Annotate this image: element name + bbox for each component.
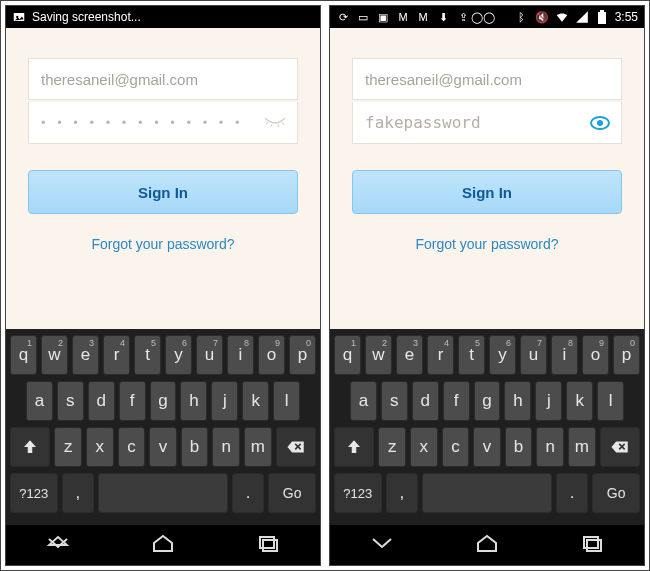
key-u[interactable]: 7u (520, 335, 547, 375)
key-i[interactable]: 8i (551, 335, 578, 375)
key-r[interactable]: 4r (103, 335, 130, 375)
key-f[interactable]: f (443, 381, 470, 421)
key-h[interactable]: h (180, 381, 207, 421)
home-icon[interactable] (474, 533, 500, 557)
android-nav-bar (330, 525, 644, 565)
key-l[interactable]: l (273, 381, 300, 421)
email-value: theresaneil@gmail.com (41, 71, 198, 88)
key-x[interactable]: x (86, 427, 114, 467)
key-n[interactable]: n (212, 427, 240, 467)
key-u[interactable]: 7u (196, 335, 223, 375)
img-icon: ▣ (376, 10, 390, 24)
recent-icon[interactable] (579, 533, 605, 557)
key-period[interactable]: . (556, 473, 588, 513)
key-l[interactable]: l (597, 381, 624, 421)
key-q[interactable]: 1q (10, 335, 37, 375)
key-v[interactable]: v (473, 427, 501, 467)
key-d[interactable]: d (412, 381, 439, 421)
key-b[interactable]: b (505, 427, 533, 467)
password-masked: • • • • • • • • • • • • • (41, 115, 244, 130)
key-go[interactable]: Go (268, 473, 316, 513)
key-m[interactable]: m (244, 427, 272, 467)
key-y[interactable]: 6y (165, 335, 192, 375)
key-v[interactable]: v (149, 427, 177, 467)
key-k[interactable]: k (242, 381, 269, 421)
password-field[interactable]: fakepassword (352, 102, 622, 144)
key-s[interactable]: s (57, 381, 84, 421)
key-symbols[interactable]: ?123 (334, 473, 382, 513)
key-space[interactable] (98, 473, 228, 513)
download-icon: ⬇ (436, 10, 450, 24)
key-a[interactable]: a (350, 381, 377, 421)
key-y[interactable]: 6y (489, 335, 516, 375)
key-c[interactable]: c (118, 427, 146, 467)
key-j[interactable]: j (211, 381, 238, 421)
key-row-1: 1q2w3e4r5t6y7u8i9o0p (10, 335, 316, 375)
key-go[interactable]: Go (592, 473, 640, 513)
sign-in-button[interactable]: Sign In (28, 170, 298, 214)
key-e[interactable]: 3e (396, 335, 423, 375)
key-k[interactable]: k (566, 381, 593, 421)
key-x[interactable]: x (410, 427, 438, 467)
key-z[interactable]: z (54, 427, 82, 467)
password-field[interactable]: • • • • • • • • • • • • • (28, 102, 298, 144)
forgot-password-link[interactable]: Forgot your password? (28, 236, 298, 252)
svg-line-5 (282, 122, 284, 125)
eyelash-closed-icon[interactable] (263, 116, 287, 130)
key-q[interactable]: 1q (334, 335, 361, 375)
key-w[interactable]: 2w (365, 335, 392, 375)
key-symbols[interactable]: ?123 (10, 473, 58, 513)
key-space[interactable] (422, 473, 552, 513)
svg-line-4 (278, 124, 279, 127)
keyboard: 1q2w3e4r5t6y7u8i9o0p asdfghjkl zxcvbnm ?… (6, 329, 320, 525)
key-t[interactable]: 5t (458, 335, 485, 375)
recent-icon[interactable] (255, 533, 281, 557)
key-shift[interactable] (334, 427, 374, 467)
back-icon[interactable] (369, 533, 395, 557)
key-comma[interactable]: , (62, 473, 94, 513)
key-backspace[interactable] (600, 427, 640, 467)
key-comma[interactable]: , (386, 473, 418, 513)
key-row-1: 1q2w3e4r5t6y7u8i9o0p (334, 335, 640, 375)
phone-left: Saving screenshot... theresaneil@gmail.c… (5, 5, 321, 566)
key-e[interactable]: 3e (72, 335, 99, 375)
key-o[interactable]: 9o (582, 335, 609, 375)
key-i[interactable]: 8i (227, 335, 254, 375)
key-o[interactable]: 9o (258, 335, 285, 375)
key-r[interactable]: 4r (427, 335, 454, 375)
key-row-4: ?123,.Go (334, 473, 640, 513)
key-h[interactable]: h (504, 381, 531, 421)
key-w[interactable]: 2w (41, 335, 68, 375)
key-c[interactable]: c (442, 427, 470, 467)
forgot-password-link[interactable]: Forgot your password? (352, 236, 622, 252)
email-field[interactable]: theresaneil@gmail.com (28, 58, 298, 100)
key-b[interactable]: b (181, 427, 209, 467)
key-g[interactable]: g (150, 381, 177, 421)
back-icon[interactable] (45, 533, 71, 557)
key-m[interactable]: m (568, 427, 596, 467)
svg-line-2 (266, 122, 268, 125)
sign-in-button[interactable]: Sign In (352, 170, 622, 214)
key-period[interactable]: . (232, 473, 264, 513)
key-f[interactable]: f (119, 381, 146, 421)
key-z[interactable]: z (378, 427, 406, 467)
key-backspace[interactable] (276, 427, 316, 467)
share-icon: ⇪ (456, 10, 470, 24)
email-field[interactable]: theresaneil@gmail.com (352, 58, 622, 100)
status-bar: ⟳ ▭ ▣ M M ⬇ ⇪ ◯◯ ᛒ 🔇 3:55 (330, 6, 644, 28)
key-p[interactable]: 0p (613, 335, 640, 375)
sign-in-label: Sign In (138, 184, 188, 201)
eye-open-icon[interactable] (589, 115, 611, 131)
key-j[interactable]: j (535, 381, 562, 421)
key-a[interactable]: a (26, 381, 53, 421)
home-icon[interactable] (150, 533, 176, 557)
key-p[interactable]: 0p (289, 335, 316, 375)
key-shift[interactable] (10, 427, 50, 467)
key-d[interactable]: d (88, 381, 115, 421)
key-t[interactable]: 5t (134, 335, 161, 375)
key-s[interactable]: s (381, 381, 408, 421)
key-n[interactable]: n (536, 427, 564, 467)
tab-icon: ▭ (356, 10, 370, 24)
wifi-icon (555, 10, 569, 24)
key-g[interactable]: g (474, 381, 501, 421)
